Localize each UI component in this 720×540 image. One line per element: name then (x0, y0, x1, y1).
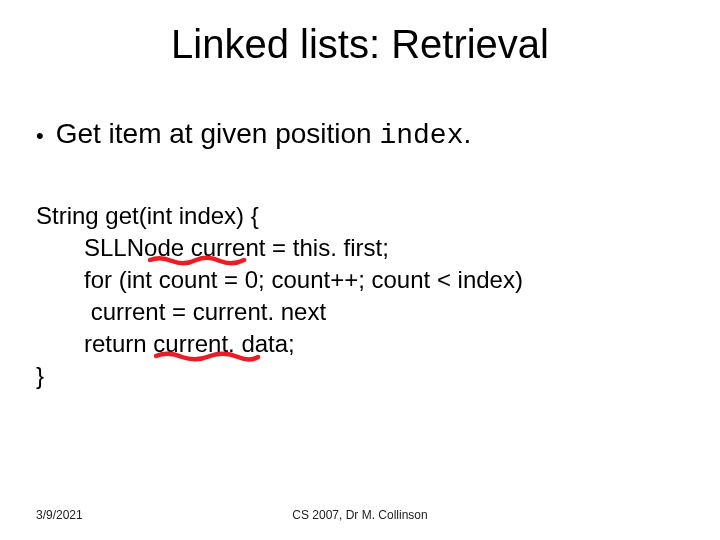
code-line-2: SLLNode current = this. first; (84, 232, 523, 264)
bullet-code: index (379, 120, 463, 151)
bullet-dot: • (36, 118, 44, 154)
bullet-prefix: Get item at given position (56, 118, 380, 149)
code-line-5: return current. data; (84, 328, 523, 360)
bullet-suffix: . (463, 118, 471, 149)
slide: Linked lists: Retrieval • Get item at gi… (0, 0, 720, 540)
code-block: String get(int index) { SLLNode current … (36, 200, 523, 392)
code-line-6: } (36, 360, 523, 392)
slide-title: Linked lists: Retrieval (0, 22, 720, 67)
footer-course: CS 2007, Dr M. Collinson (0, 508, 720, 522)
code-line-1: String get(int index) { (36, 200, 523, 232)
bullet-text: Get item at given position index. (56, 118, 472, 151)
code-line-3: for (int count = 0; count++; count < ind… (84, 264, 523, 296)
code-line-4: current = current. next (84, 296, 523, 328)
bullet-line: • Get item at given position index. (36, 118, 471, 154)
